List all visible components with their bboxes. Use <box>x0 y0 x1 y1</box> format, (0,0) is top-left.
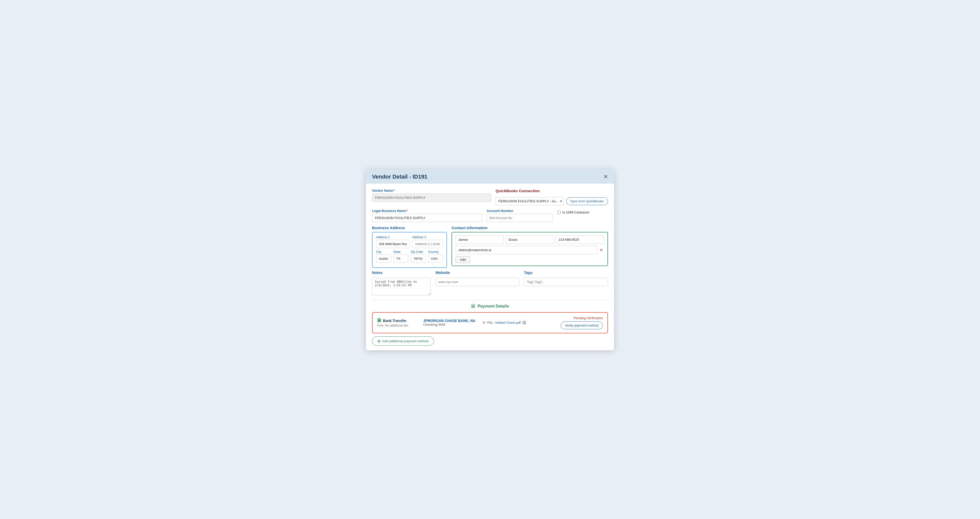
payment-fee-label: Free. No additional fee. <box>377 324 418 327</box>
zip-label: Zip Code <box>411 250 426 254</box>
quickbooks-row: FERGUSON FACILITIES SUPPLY - Au... ▾ Syn… <box>496 197 608 205</box>
is-1099-label: Is 1099 Contractor <box>562 210 589 214</box>
file-prefix: File: <box>487 321 493 324</box>
bank-name: JPMORGAN CHASE BANK, NA <box>423 319 475 323</box>
website-input[interactable] <box>435 278 519 286</box>
contact-box: ✕ Add <box>452 232 608 266</box>
modal-body: Vendor Name* QuickBooks Connection FERGU… <box>366 184 614 350</box>
account-type: Checking-3456 <box>423 323 475 327</box>
bank-transfer-label: 🏛 Bank Transfer <box>377 318 418 323</box>
legal-name-label: Legal Business Name* <box>372 209 482 213</box>
vendor-detail-modal: Vendor Detail - ID191 ✕ Vendor Name* Qui… <box>366 169 614 350</box>
vendor-name-label: Vendor Name* <box>372 189 491 192</box>
vendor-name-group: Vendor Name* <box>372 189 491 202</box>
tags-group: Tags <box>524 270 608 295</box>
payment-section: 🏛 Payment Details 🏛 Bank Transfer Free. … <box>372 300 608 346</box>
address-box: Address 1 Address 2 City <box>372 232 447 268</box>
first-name-input[interactable] <box>456 235 504 244</box>
close-button[interactable]: ✕ <box>603 174 608 179</box>
top-row: Vendor Name* QuickBooks Connection FERGU… <box>372 189 608 205</box>
notes-website-row: Notes Synced from QBOnline on 2/9/2024, … <box>372 270 608 295</box>
email-input[interactable] <box>456 246 597 254</box>
city-input[interactable] <box>376 254 391 263</box>
address-col: Business Address Address 1 Address 2 <box>372 225 447 268</box>
contact-col: Contact Information ✕ Add <box>452 225 608 268</box>
notes-label: Notes <box>372 270 431 275</box>
payment-title-row: 🏛 Payment Details <box>372 304 608 309</box>
address-section-title: Business Address <box>372 225 447 230</box>
bank-name-info: JPMORGAN CHASE BANK, NA Checking-3456 <box>423 319 475 327</box>
add-payment-button[interactable]: ⊕ Add additional payment method <box>372 336 434 346</box>
website-label: Website <box>435 270 519 275</box>
pending-status: Pending Verification <box>574 316 603 320</box>
tags-input[interactable] <box>524 278 608 286</box>
account-number-group: Account Number <box>487 209 553 222</box>
add-payment-plus-icon: ⊕ <box>377 339 381 343</box>
modal-title: Vendor Detail - ID191 <box>372 173 428 180</box>
legal-name-group: Legal Business Name* <box>372 209 482 222</box>
quickbooks-section: QuickBooks Connection FERGUSON FACILITIE… <box>496 189 608 205</box>
modal-header: Vendor Detail - ID191 ✕ <box>366 169 614 184</box>
phone-input[interactable] <box>556 235 604 244</box>
chevron-down-icon: ▾ <box>560 199 562 203</box>
zip-group: Zip Code <box>411 250 426 263</box>
vendor-name-input[interactable] <box>372 194 491 202</box>
quickbooks-selected: FERGUSON FACILITIES SUPPLY - Au... <box>496 197 560 205</box>
zip-input[interactable] <box>411 254 426 263</box>
address-contact-row: Business Address Address 1 Address 2 <box>372 225 608 268</box>
payment-type: Bank Transfer <box>383 319 406 323</box>
add-contact-button[interactable]: Add <box>456 256 470 263</box>
sync-quickbooks-button[interactable]: Sync from QuickBooks <box>566 197 608 205</box>
last-name-input[interactable] <box>506 235 554 244</box>
quickbooks-label: QuickBooks Connection <box>496 189 608 193</box>
is-1099-checkbox[interactable] <box>557 211 561 214</box>
email-row: ✕ <box>456 246 604 254</box>
payment-section-title: Payment Details <box>477 304 509 309</box>
remove-file-icon[interactable]: ✕ <box>482 321 486 325</box>
notes-group: Notes Synced from QBOnline on 2/9/2024, … <box>372 270 431 295</box>
contact-name-row <box>456 235 604 244</box>
state-group: State <box>394 250 409 263</box>
quickbooks-select[interactable]: FERGUSON FACILITIES SUPPLY - Au... ▾ <box>496 197 563 205</box>
file-name[interactable]: Voided Check.pdf <box>495 321 521 324</box>
notes-textarea[interactable]: Synced from QBOnline on 2/9/2024, 1:55:5… <box>372 278 431 295</box>
address-line1-row: Address 1 Address 2 <box>376 235 443 248</box>
legal-name-input[interactable] <box>372 214 482 222</box>
country-group: Country <box>428 250 443 263</box>
city-label: City <box>376 250 391 254</box>
payment-method-info: 🏛 Bank Transfer Free. No additional fee. <box>377 318 418 327</box>
remove-email-button[interactable]: ✕ <box>598 247 604 253</box>
is-1099-group: Is 1099 Contractor <box>557 209 608 214</box>
verify-payment-button[interactable]: Verify payment method <box>561 321 603 329</box>
address2-input[interactable] <box>412 240 443 248</box>
tags-label: Tags <box>524 270 608 275</box>
legal-row: Legal Business Name* Account Number Is 1… <box>372 209 608 222</box>
address1-input[interactable] <box>376 240 410 248</box>
verification-area: Pending Verification Verify payment meth… <box>561 316 603 329</box>
file-info: ✕ File: Voided Check.pdf 🖼 <box>482 321 561 325</box>
account-number-label: Account Number <box>487 209 553 213</box>
address2-label: Address 2 <box>412 235 443 239</box>
address2-group: Address 2 <box>412 235 443 248</box>
state-label: State <box>394 250 409 254</box>
image-icon: 🖼 <box>522 321 526 325</box>
website-group: Website <box>435 270 519 295</box>
bank-transfer-icon: 🏛 <box>377 318 382 323</box>
country-input[interactable] <box>428 254 443 263</box>
city-group: City <box>376 250 391 263</box>
address1-label: Address 1 <box>376 235 410 239</box>
state-input[interactable] <box>394 254 409 263</box>
account-number-input[interactable] <box>487 214 553 222</box>
payment-bank-icon: 🏛 <box>471 304 476 309</box>
address-line2-row: City State Zip Code Country <box>376 250 443 263</box>
address1-group: Address 1 <box>376 235 410 248</box>
payment-card: 🏛 Bank Transfer Free. No additional fee.… <box>372 312 608 333</box>
add-contact-row: Add <box>456 256 604 263</box>
contact-section-title: Contact Information <box>452 225 608 230</box>
is-1099-row: Is 1099 Contractor <box>557 210 608 214</box>
add-payment-label: Add additional payment method <box>382 339 428 343</box>
country-label: Country <box>428 250 443 254</box>
